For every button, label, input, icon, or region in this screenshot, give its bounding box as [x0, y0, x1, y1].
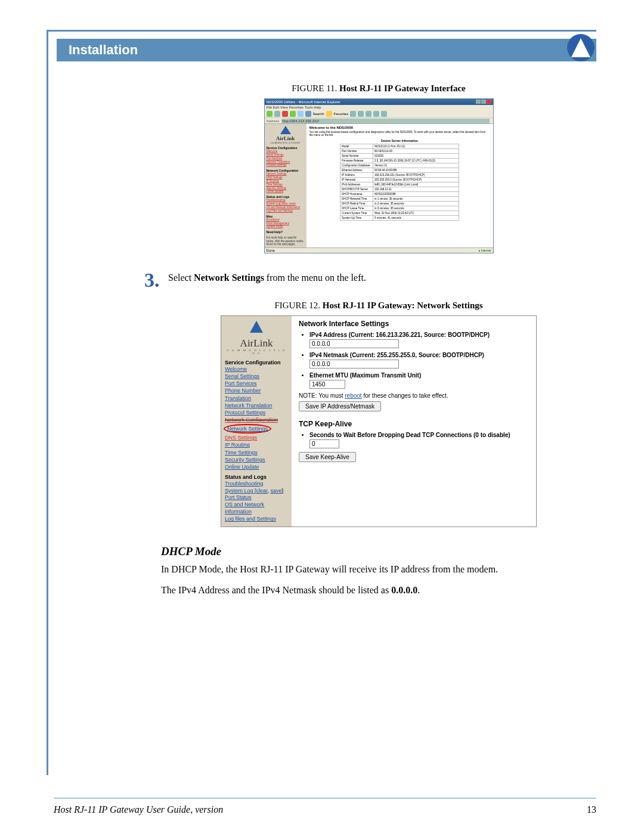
table-row: Serial Number019333 [340, 153, 459, 158]
side-help-h: Need Help? [267, 230, 305, 234]
keepalive-input[interactable] [309, 439, 339, 448]
info-value: 00:60:44:10:83:BB [373, 168, 459, 172]
page-footer: Host RJ-11 IP Gateway User Guide, versio… [54, 804, 596, 815]
table-row: DHCP HostnameNDS0119333G88 [340, 191, 459, 196]
table-row: IP Netmask255.255.255.0 (Source: BOOTP/D… [340, 177, 459, 182]
table-row: Current System TimeWed, 22 Nov 2006 19:2… [340, 210, 459, 215]
back-icon[interactable] [267, 111, 273, 117]
ie-window-title: NDS/2000 Utilities - Microsoft Internet … [267, 100, 340, 104]
step-pre: Select [168, 272, 194, 283]
nds-iproute[interactable]: IP Routing [225, 441, 288, 448]
nds-portsvc[interactable]: Port Services [225, 380, 288, 387]
nds-upd[interactable]: Online Update [225, 463, 288, 470]
search-icon[interactable] [305, 111, 311, 117]
nds-time[interactable]: Time Settings [225, 449, 288, 456]
ipv4-netmask-input[interactable] [309, 360, 399, 368]
info-key: Current System Time [340, 210, 373, 215]
close-icon[interactable] [487, 100, 491, 104]
side-osnet[interactable]: OS and Network Information [267, 206, 305, 209]
table-row: Configuration DatabaseVersion 21 [340, 163, 459, 168]
nds-logfiles[interactable]: Log files and Settings [225, 515, 288, 522]
brand-logo-icon [566, 33, 595, 62]
table-row: DHCP Rebind Timein 2 minutes, 35 seconds [340, 201, 459, 206]
nds-portstatus[interactable]: Port Status [225, 494, 288, 501]
toolbar-search-label: Search [313, 112, 324, 116]
favorites-icon[interactable] [326, 111, 332, 117]
table-row: Firmware Release2.0, 28 JAN'SN-10 2006 1… [340, 158, 459, 163]
ie-menubar[interactable]: File Edit View Favorites Tools Help [265, 105, 493, 110]
side-sysinst[interactable]: System Install [267, 225, 305, 228]
forward-icon[interactable] [274, 111, 280, 117]
table-row: DHCP Lease Timein 3 minutes, 35 seconds [340, 206, 459, 210]
home-icon[interactable] [298, 111, 304, 117]
nds-phone[interactable]: Phone Number Translation [225, 387, 288, 401]
nds-proto[interactable]: Protocol Settings [225, 409, 288, 416]
nds-osnet[interactable]: OS and Network Information [225, 501, 288, 515]
ipv4-mask-text: IPv4 Netmask (Current: 255.255.255.0, So… [309, 352, 484, 358]
side-logfiles[interactable]: Log Files and Settings [267, 209, 305, 213]
mail-icon[interactable] [358, 111, 364, 117]
fig11-main: Welcome to the NDS/2000 You are using th… [306, 124, 493, 247]
ie-statusbar: Done ● Internet [265, 247, 493, 253]
nds-welcome[interactable]: Welcome [225, 366, 288, 373]
refresh-icon[interactable] [290, 111, 296, 117]
welcome-heading: Welcome to the NDS/2000 [309, 126, 490, 129]
step-number: 3. [144, 271, 161, 290]
nds-netconfig-text: Network Configuration [225, 417, 278, 423]
nds-syslog-save[interactable]: save [271, 488, 282, 494]
info-value: Version 21 [373, 163, 459, 168]
nds-serial[interactable]: Serial Settings [225, 373, 288, 380]
status-internet-label: Internet [481, 249, 491, 252]
edit-icon[interactable] [373, 111, 379, 117]
ipv4-addr-label: IPv4 Address (Current: 166.213.236.221, … [309, 332, 529, 348]
keepalive-heading: TCP Keep-Alive [299, 420, 529, 428]
discuss-icon[interactable] [381, 111, 387, 117]
reboot-link[interactable]: reboot [345, 392, 361, 399]
nds-network-settings[interactable]: Network Settings [227, 426, 268, 432]
address-input[interactable]: http://204.213.236.221/ [281, 119, 490, 123]
side-help-text: For more help on specific topics, click … [267, 236, 305, 246]
mtu-input[interactable] [309, 380, 345, 389]
side-upd[interactable]: Online Update [267, 190, 305, 193]
nds-h1: Service Configuration [225, 360, 288, 366]
table-row: Part Number80-NDS114-00 [340, 148, 459, 153]
nds-nettrans[interactable]: Network Translation [225, 402, 288, 409]
info-key: DHCP Hostname [340, 191, 373, 196]
nds-trouble[interactable]: Troubleshooting [225, 480, 288, 487]
network-settings-highlight: Network Settings [224, 424, 271, 433]
table-row: DHCP Renewal Timein 1 minute, 36 seconds [340, 196, 459, 201]
airlink-logo-2: AirLink C O M M U N I C A T I O N S [225, 320, 288, 355]
info-key: System Up Time [340, 215, 373, 220]
ipv4-address-input[interactable] [309, 339, 399, 348]
airlink-logo: AirLinkCOMMUNICATIONS [267, 126, 305, 144]
dhcp-mode-heading: DHCP Mode [161, 545, 596, 558]
info-key: DHCP Rebind Time [340, 201, 373, 206]
step-bold: Network Settings [194, 272, 264, 283]
info-value: Wed, 22 Nov 2006 19:23:42 UTC [373, 210, 459, 215]
figure-12-label: FIGURE 12. [274, 301, 322, 310]
ipv4-addr-text: IPv4 Address (Current: 166.213.236.221, … [309, 332, 490, 338]
print-icon[interactable] [366, 111, 371, 117]
p2-pre: The IPv4 Address and the IPv4 Netmask sh… [161, 585, 391, 595]
history-icon[interactable] [350, 111, 356, 117]
table-row: DHCP/BOOTP Server192.168.12.21 [340, 187, 459, 191]
p2-post: . [417, 585, 420, 595]
nds-syslog-clear[interactable]: clear [256, 488, 268, 494]
info-value: 255.255.255.0 (Source: BOOTP/DHCP) [373, 177, 459, 182]
side-proto[interactable]: Protocol Settings [267, 163, 305, 167]
address-label: Address [267, 119, 280, 123]
save-ip-button[interactable]: Save IP Address/Netmask [299, 401, 381, 411]
info-key: IP Address [340, 172, 373, 177]
stop-icon[interactable] [282, 111, 288, 117]
info-value: fe80::260:44ff:fe10:83bb (Link Local) [373, 182, 459, 187]
minimize-icon[interactable] [476, 100, 481, 104]
nds-dns[interactable]: DNS Settings [225, 434, 288, 441]
mtu-label: Ethernet MTU (Maximum Transmit Unit) [309, 372, 529, 389]
info-value: 192.168.12.21 [373, 187, 459, 191]
nds-sec[interactable]: Security Settings [225, 456, 288, 463]
info-key: Firmware Release [340, 158, 373, 163]
maximize-icon[interactable] [481, 100, 486, 104]
nds-syslog[interactable]: System Log [ [225, 488, 256, 494]
p2-bold: 0.0.0.0 [391, 585, 417, 595]
save-keepalive-button[interactable]: Save Keep-Alive [299, 452, 356, 462]
